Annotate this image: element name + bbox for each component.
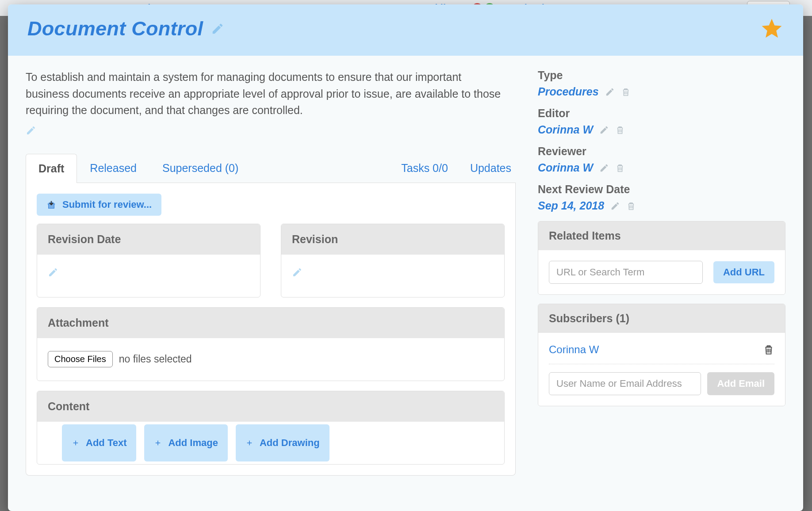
add-image-button[interactable]: Add Image bbox=[144, 424, 227, 461]
revision-date-label: Revision Date bbox=[37, 224, 260, 255]
edit-revision-icon[interactable] bbox=[292, 267, 494, 278]
description-text: To establish and maintain a system for m… bbox=[26, 69, 508, 119]
add-text-button[interactable]: Add Text bbox=[62, 424, 136, 461]
edit-title-icon[interactable] bbox=[211, 22, 224, 35]
delete-editor-icon[interactable] bbox=[615, 125, 625, 135]
reviewer-value[interactable]: Corinna W bbox=[538, 161, 593, 174]
subscribers-title: Subscribers (1) bbox=[538, 304, 785, 333]
revision-label: Revision bbox=[281, 224, 504, 255]
reviewer-label: Reviewer bbox=[538, 145, 785, 158]
next-review-label: Next Review Date bbox=[538, 183, 785, 196]
choose-files-button[interactable]: Choose Files bbox=[48, 351, 113, 367]
submit-label: Submit for review... bbox=[62, 199, 152, 210]
edit-reviewer-icon[interactable] bbox=[599, 163, 609, 173]
tabs-right: Tasks 0/0 Updates bbox=[397, 154, 516, 183]
delete-reviewer-icon[interactable] bbox=[615, 163, 625, 173]
editor-value[interactable]: Corinna W bbox=[538, 123, 593, 136]
tab-released[interactable]: Released bbox=[77, 153, 149, 183]
subscriber-email-input[interactable] bbox=[549, 372, 701, 395]
add-drawing-button[interactable]: Add Drawing bbox=[236, 424, 329, 461]
add-url-button[interactable]: Add URL bbox=[713, 261, 774, 283]
meta-editor: Editor Corinna W bbox=[538, 107, 785, 136]
draft-pane: Submit for review... Revision Date Revis… bbox=[26, 183, 516, 476]
main-column: To establish and maintain a system for m… bbox=[26, 69, 516, 493]
editor-label: Editor bbox=[538, 107, 785, 120]
submit-for-review-button[interactable]: Submit for review... bbox=[37, 194, 161, 216]
remove-subscriber-icon[interactable] bbox=[763, 344, 774, 355]
modal-body: To establish and maintain a system for m… bbox=[8, 56, 803, 511]
content-card: Content Add Text Add Image Add Drawin bbox=[37, 391, 505, 465]
subscribers-panel: Subscribers (1) Corinna W Add Email bbox=[538, 304, 785, 406]
plus-icon bbox=[72, 439, 80, 447]
tab-draft[interactable]: Draft bbox=[26, 154, 77, 183]
add-text-label: Add Text bbox=[86, 437, 126, 449]
submit-icon bbox=[46, 200, 56, 210]
add-image-label: Add Image bbox=[168, 437, 218, 449]
tab-superseded[interactable]: Superseded (0) bbox=[149, 153, 251, 183]
document-modal: Document Control To establish and mainta… bbox=[8, 4, 803, 511]
edit-next-review-icon[interactable] bbox=[610, 201, 620, 211]
edit-description-icon[interactable] bbox=[26, 125, 516, 136]
meta-next-review: Next Review Date Sep 14, 2018 bbox=[538, 183, 785, 212]
no-files-text: no files selected bbox=[119, 353, 192, 365]
side-column: Type Procedures Editor Corinna W bbox=[538, 69, 785, 493]
favorite-star-icon[interactable] bbox=[760, 17, 784, 41]
content-label: Content bbox=[37, 391, 504, 422]
next-review-value[interactable]: Sep 14, 2018 bbox=[538, 199, 604, 212]
plus-icon bbox=[245, 439, 253, 447]
add-email-button[interactable]: Add Email bbox=[707, 372, 774, 395]
delete-type-icon[interactable] bbox=[621, 87, 631, 97]
edit-revision-date-icon[interactable] bbox=[48, 267, 249, 278]
related-items-panel: Related Items Add URL bbox=[538, 221, 785, 295]
edit-type-icon[interactable] bbox=[605, 87, 615, 97]
attachment-card: Attachment Choose Files no files selecte… bbox=[37, 307, 505, 381]
related-url-input[interactable] bbox=[549, 261, 703, 284]
revision-date-card: Revision Date bbox=[37, 224, 260, 297]
add-drawing-label: Add Drawing bbox=[260, 437, 320, 449]
edit-editor-icon[interactable] bbox=[599, 125, 609, 135]
tabs-row: Draft Released Superseded (0) Tasks 0/0 … bbox=[26, 153, 516, 183]
plus-icon bbox=[154, 439, 162, 447]
subscriber-name[interactable]: Corinna W bbox=[549, 343, 599, 356]
tab-tasks[interactable]: Tasks 0/0 bbox=[401, 162, 448, 175]
revision-card: Revision bbox=[281, 224, 505, 297]
type-value[interactable]: Procedures bbox=[538, 85, 599, 98]
related-items-title: Related Items bbox=[538, 221, 785, 250]
tab-updates[interactable]: Updates bbox=[470, 162, 511, 175]
meta-reviewer: Reviewer Corinna W bbox=[538, 145, 785, 174]
meta-type: Type Procedures bbox=[538, 69, 785, 98]
type-label: Type bbox=[538, 69, 785, 82]
page-title: Document Control bbox=[27, 17, 203, 40]
subscriber-row: Corinna W bbox=[549, 343, 774, 364]
modal-header: Document Control bbox=[8, 4, 803, 56]
attachment-label: Attachment bbox=[37, 308, 504, 338]
delete-next-review-icon[interactable] bbox=[626, 201, 636, 211]
